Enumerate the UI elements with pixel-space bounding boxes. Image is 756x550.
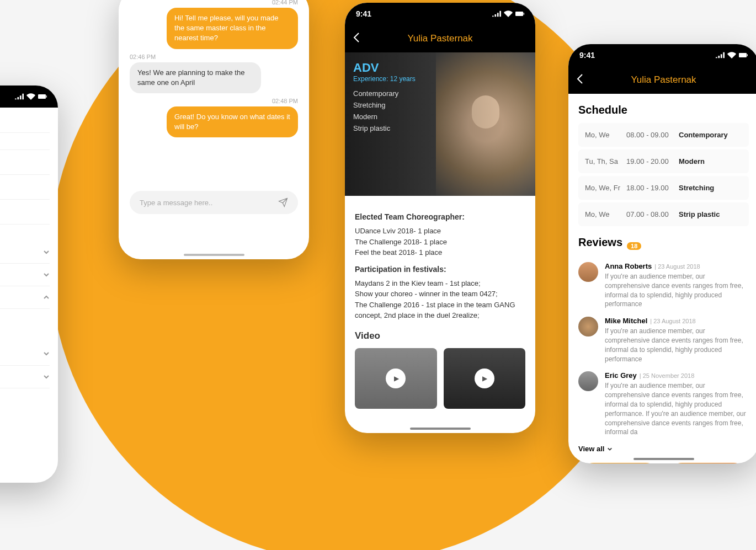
back-button[interactable] <box>353 32 360 46</box>
faq-answer-text: There is the <box>0 328 50 342</box>
section-heading: Participation in festivals: <box>355 264 525 275</box>
schedule-row[interactable]: Mo, We 08.00 - 09.00 Contemporary <box>578 123 749 147</box>
achievement-line: UDance Lviv 2018- 1 place <box>355 226 525 237</box>
reviewer-name: Eric Grey <box>605 371 637 380</box>
view-all-button[interactable]: View all <box>578 445 749 453</box>
chevron-left-icon <box>353 32 360 43</box>
nav-title: Yulia Pasternak <box>407 33 472 44</box>
review-date: | 23 August 2018 <box>654 263 700 270</box>
leave-comment-button[interactable]: LEAVE A COMMENT <box>578 463 661 463</box>
schedule-type: Strip plastic <box>679 210 720 218</box>
schedule-type: Modern <box>679 157 705 165</box>
schedule-type: Stretching <box>679 184 714 192</box>
achievement-line: The Challenge 2018- 1 place <box>355 237 525 248</box>
outgoing-message[interactable]: Hi! Tell me please, will you made the sa… <box>167 8 298 49</box>
schedule-time: 08.00 - 09.00 <box>626 131 679 139</box>
chevron-left-icon <box>577 73 583 84</box>
signal-icon <box>15 93 24 100</box>
message-timestamp: 02:44 PM <box>130 0 298 6</box>
outgoing-message[interactable]: Great! Do you know on what dates it will… <box>167 106 298 137</box>
avatar <box>578 317 598 337</box>
chevron-down-icon <box>607 446 613 452</box>
schedule-time: 07.00 - 08.00 <box>626 210 679 218</box>
schedule-heading: Schedule <box>578 104 749 116</box>
review-date: | 23 August 2018 <box>650 318 695 324</box>
reviewer-name: Anna Roberts <box>605 262 652 270</box>
chevron-down-icon <box>43 373 50 380</box>
style-tag: Stretching <box>353 101 527 109</box>
video-thumbnail[interactable] <box>355 348 437 409</box>
review-item[interactable]: Eric Grey| 25 November 2018 If you're an… <box>578 371 749 437</box>
schedule-time: 19.00 - 20.00 <box>626 157 679 165</box>
section-heading: Elected Team Choreographer: <box>355 211 525 223</box>
wifi-icon <box>26 93 35 100</box>
style-tag: Strip plastic <box>353 124 527 132</box>
review-text: If you're an audience member, our compre… <box>605 327 749 364</box>
schedule-days: Tu, Th, Sa <box>585 157 626 165</box>
video-thumbnail[interactable] <box>444 348 526 409</box>
lessons-block: (8 lessons) (16 lessons) <box>0 150 50 175</box>
accordion-row[interactable]: es? <box>0 342 50 366</box>
accordion-row-expanded[interactable] <box>0 286 50 309</box>
chevron-down-icon <box>43 350 50 357</box>
review-item[interactable]: Mike Mitchel| 23 August 2018 If you're a… <box>578 317 749 364</box>
nav-bar: Yulia Pasternak <box>345 25 535 52</box>
phone-pricing-screen: g 50 UAH 20 students (8 lessons) (16 les… <box>0 86 58 483</box>
input-placeholder-text: Type a message here.. <box>140 199 212 207</box>
lessons-block: (8 lessons) (16 lessons) <box>0 200 50 225</box>
schedule-days: Mo, We <box>585 131 626 139</box>
play-icon <box>475 369 494 388</box>
home-indicator <box>410 428 471 430</box>
message-timestamp: 02:48 PM <box>130 98 298 104</box>
play-icon <box>386 369 406 388</box>
style-tag: Modern <box>353 113 527 121</box>
section-heading: Video <box>355 329 525 343</box>
review-text: If you're an audience member, our compre… <box>605 381 749 437</box>
send-icon[interactable] <box>278 197 288 207</box>
festival-line: Maydans 2 in the Kiev team - 1st place; <box>355 278 525 289</box>
review-item[interactable]: Anna Roberts| 23 August 2018 If you're a… <box>578 262 749 309</box>
wifi-icon <box>504 10 513 17</box>
festival-line: The Challenge 2016 - 1st place in the te… <box>355 300 525 321</box>
home-indicator <box>184 254 244 256</box>
message-timestamp: 02:46 PM <box>130 54 298 60</box>
incoming-message[interactable]: Yes! We are planning to make the same on… <box>130 62 261 93</box>
svg-rect-0 <box>38 94 46 99</box>
accordion-row[interactable] <box>0 241 50 264</box>
svg-rect-1 <box>46 95 47 98</box>
festival-line: Show your choreo - winner in the team 04… <box>355 289 525 300</box>
battery-icon <box>38 93 47 100</box>
phone-schedule-screen: 9:41 Yulia Pasternak Schedule Mo, We 08.… <box>568 44 756 463</box>
reviews-count-badge: 18 <box>627 242 641 250</box>
faq-answer-text: There is the <box>0 309 50 328</box>
accordion-row[interactable] <box>0 264 50 286</box>
signal-icon <box>716 52 725 58</box>
back-button[interactable] <box>577 73 583 87</box>
level-label: ADV <box>353 61 527 75</box>
status-time: 9:41 <box>579 51 595 60</box>
subscribe-button[interactable]: SUBSCRIBE <box>667 463 749 463</box>
chevron-down-icon <box>43 271 50 278</box>
review-text: If you're an audience member, our compre… <box>605 272 749 309</box>
hero-section: ADV Experience: 12 years Contemporary St… <box>345 52 535 196</box>
lessons-block: (8 lessons) (16 lessons) <box>0 175 50 200</box>
status-time: 9:41 <box>356 9 371 18</box>
achievement-line: Feel the beat 2018- 1 place <box>355 247 525 258</box>
status-bar <box>0 86 58 108</box>
svg-rect-2 <box>515 12 523 16</box>
battery-icon <box>515 10 524 17</box>
chevron-down-icon <box>43 249 50 255</box>
avatar <box>578 371 598 391</box>
review-date: | 25 November 2018 <box>640 372 694 379</box>
schedule-row[interactable]: Mo, We, Fr 18.00 - 19.00 Stretching <box>578 176 749 200</box>
schedule-row[interactable]: Mo, We 07.00 - 08.00 Strip plastic <box>578 202 749 226</box>
message-input[interactable]: Type a message here.. <box>130 191 298 214</box>
signal-icon <box>492 10 501 17</box>
accordion-row[interactable] <box>0 366 50 388</box>
schedule-row[interactable]: Tu, Th, Sa 19.00 - 20.00 Modern <box>578 149 749 173</box>
status-bar: 9:41 <box>345 3 535 25</box>
reviewer-name: Mike Mitchel <box>605 317 647 325</box>
phone-profile-screen: 9:41 Yulia Pasternak ADV Experience: 12 … <box>345 3 535 433</box>
svg-rect-4 <box>739 53 747 57</box>
schedule-days: Mo, We <box>585 210 626 218</box>
